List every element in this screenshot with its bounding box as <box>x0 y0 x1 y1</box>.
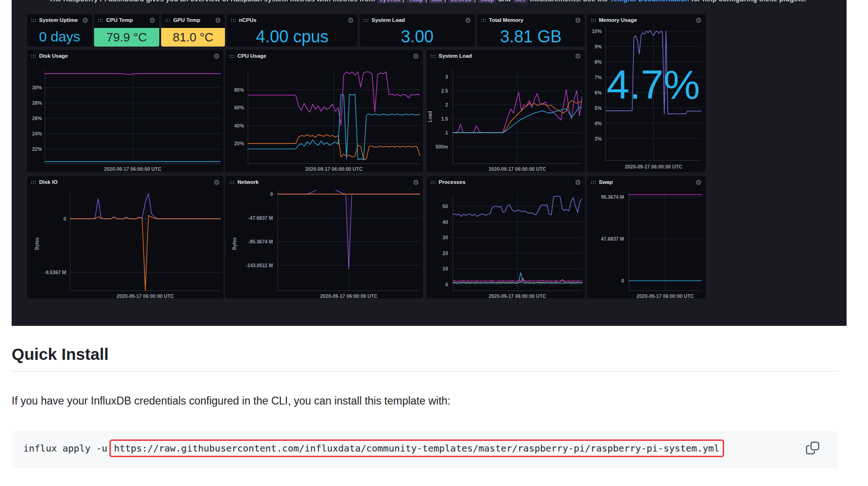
separator: , <box>474 0 477 3</box>
drag-handle-icon[interactable] <box>229 181 235 185</box>
axis-tick-label: 20% <box>234 141 244 146</box>
drag-handle-icon[interactable] <box>31 181 36 185</box>
ncpus-value: 4.00 cpus <box>227 28 358 46</box>
x-axis-label: 2020-09-17 06:00:00 UTC <box>629 293 702 299</box>
gear-icon[interactable] <box>575 16 581 25</box>
axis-tick-label: 2.5 <box>441 88 448 94</box>
axis-tick-label: 30 <box>442 235 448 240</box>
panel-title: System Load <box>439 53 571 59</box>
gear-icon[interactable] <box>413 52 419 61</box>
panel-system-load-value: System Load 3.00 <box>359 14 475 47</box>
y-axis-title: Load <box>427 111 433 122</box>
axis-tick-label: 50 <box>442 203 448 209</box>
system-load-value: 3.00 <box>359 28 475 46</box>
code-chip: net <box>513 0 528 3</box>
intro-fragment: The Raspberry Pi dashboard gives you an … <box>49 0 377 3</box>
axis-tick-label: 5% <box>595 105 602 111</box>
drag-handle-icon[interactable] <box>590 181 596 185</box>
uptime-value: 0 days <box>27 28 92 46</box>
panel-title: CPU Usage <box>237 53 409 59</box>
gear-icon[interactable] <box>696 178 702 187</box>
axis-tick-label: 10% <box>592 28 602 34</box>
chart-plot <box>453 70 582 164</box>
axis-tick-label: 6% <box>595 90 602 95</box>
axis-tick-label: 0 <box>270 191 273 197</box>
gear-icon[interactable] <box>82 16 88 25</box>
separator: , <box>403 0 407 3</box>
panel-total-memory: Total Memory 3.81 GB <box>477 14 585 47</box>
axis-tick-label: 4% <box>595 121 602 126</box>
total-memory-value: 3.81 GB <box>477 28 585 46</box>
y-axis-ticks: 30%28%26%24%22% <box>28 70 44 164</box>
install-code-block[interactable]: influx apply -uhttps://raw.githubusercon… <box>12 431 838 468</box>
drag-handle-icon[interactable] <box>590 19 596 23</box>
panel-disk-usage: Disk Usage 30%28%26%24%22% 2020-09-17 06… <box>27 50 224 172</box>
panel-title: Disk IO <box>39 179 210 185</box>
code-chip: system <box>377 0 402 3</box>
axis-tick-label: 2 <box>445 102 448 108</box>
axis-tick-label: -95.3674 M <box>248 239 273 244</box>
panel-title: System Load <box>372 17 461 23</box>
y-axis-ticks: 10%9%8%7%6%5%4%3% <box>588 26 604 161</box>
panel-cpu-usage: CPU Usage 80%60%40%20% 2020-09-17 06:00:… <box>225 50 423 172</box>
intro-fragment: for help configuring these plugins. <box>689 0 806 3</box>
chart-canvas <box>453 70 582 164</box>
gear-icon[interactable] <box>575 178 581 187</box>
axis-tick-label: 500m <box>435 144 448 149</box>
axis-tick-label: 1.5 <box>441 116 448 122</box>
panel-memory-usage: Memory Usage 10%9%8%7%6%5%4%3% 4.7% 2020… <box>587 14 705 172</box>
drag-handle-icon[interactable] <box>430 54 436 59</box>
axis-tick-label: 26% <box>32 115 42 121</box>
y-axis-ticks: 32.521.51500m <box>434 70 450 164</box>
gear-icon[interactable] <box>348 16 354 25</box>
panel-title: Total Memory <box>489 17 571 23</box>
dashboard-image: The Raspberry Pi dashboard gives you an … <box>12 0 847 326</box>
drag-handle-icon[interactable] <box>363 19 369 23</box>
axis-tick-label: 80% <box>234 87 244 93</box>
panel-swap: Swap 95.3674 M47.6837 M0 2020-09-17 06:0… <box>587 176 705 298</box>
axis-tick-label: 7% <box>595 74 602 80</box>
gear-icon[interactable] <box>215 16 221 25</box>
gear-icon[interactable] <box>413 178 419 187</box>
axis-tick-label: 0 <box>63 216 66 222</box>
x-axis-label: 2020-09-17 06:00:00 UTC <box>605 164 702 169</box>
code-chip: diskio <box>448 0 474 3</box>
axis-tick-label: 47.6837 M <box>601 236 624 242</box>
intro-fragment: measurements. See the <box>528 0 610 3</box>
gear-icon[interactable] <box>575 52 581 61</box>
panel-system-load-chart: System Load Load 32.521.51500m 2020-09-1… <box>427 50 585 172</box>
gear-icon[interactable] <box>465 16 471 25</box>
code-chip: swap <box>478 0 496 3</box>
x-axis-label: 2020-09-17 06:00:00 UTC <box>70 293 221 299</box>
chart-canvas <box>248 70 420 164</box>
panel-processes: Processes 50403020100 2020-09-17 06:00:0… <box>427 176 585 298</box>
axis-tick-label: 30% <box>32 85 42 90</box>
drag-handle-icon[interactable] <box>481 19 486 23</box>
gear-icon[interactable] <box>214 52 220 61</box>
drag-handle-icon[interactable] <box>31 19 36 23</box>
panel-gpu-temp: GPU Temp 81.0 °C <box>161 14 225 47</box>
drag-handle-icon[interactable] <box>165 19 170 23</box>
chart-canvas <box>453 196 582 291</box>
axis-tick-label: -9.5367 M <box>44 270 66 275</box>
chart-plot <box>629 192 702 291</box>
axis-tick-label: 8% <box>595 59 602 65</box>
panel-title: System Uptime <box>39 17 78 23</box>
gear-icon[interactable] <box>149 16 156 25</box>
axis-tick-label: 0 <box>621 278 624 284</box>
drag-handle-icon[interactable] <box>231 19 236 23</box>
drag-handle-icon[interactable] <box>31 54 36 59</box>
axis-tick-label: 10 <box>442 266 448 271</box>
telegraf-docs-link[interactable]: Telegraf Documentation <box>610 0 689 3</box>
axis-tick-label: 28% <box>32 100 42 106</box>
gear-icon[interactable] <box>696 16 702 25</box>
panel-title: Disk Usage <box>39 53 210 59</box>
drag-handle-icon[interactable] <box>229 54 235 59</box>
chart-canvas <box>278 190 420 291</box>
panel-title: Memory Usage <box>599 17 692 23</box>
gear-icon[interactable] <box>214 178 220 187</box>
drag-handle-icon[interactable] <box>98 19 103 23</box>
drag-handle-icon[interactable] <box>430 181 436 185</box>
copy-button[interactable] <box>805 440 821 456</box>
highlighted-url: https://raw.githubusercontent.com/influx… <box>109 439 724 457</box>
